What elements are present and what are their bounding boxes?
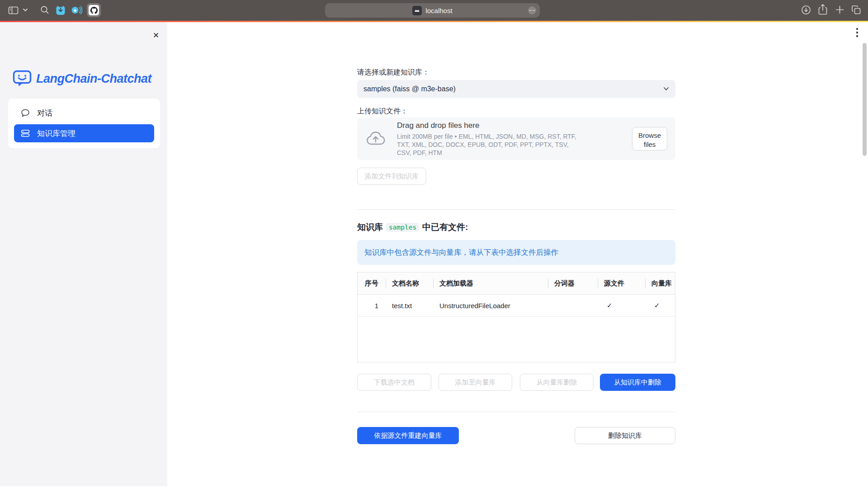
divider bbox=[357, 209, 675, 210]
column-header[interactable]: 分词器 bbox=[548, 272, 598, 294]
ripple-star-extension-icon[interactable]: ★ bbox=[71, 5, 82, 16]
kb-name-code: samples bbox=[386, 223, 419, 232]
download-icon[interactable] bbox=[801, 5, 811, 15]
sidebar-close-button[interactable]: ✕ bbox=[151, 30, 161, 40]
kb-stack-icon bbox=[21, 129, 30, 138]
chevron-down-icon bbox=[663, 85, 670, 92]
cat-extension-icon[interactable] bbox=[55, 5, 66, 16]
github-extension-icon[interactable] bbox=[87, 3, 101, 17]
address-bar[interactable]: localhost bbox=[325, 3, 540, 18]
scrollbar-thumb[interactable] bbox=[863, 43, 867, 156]
column-header[interactable]: 源文件 bbox=[598, 272, 645, 294]
table-header-row: 序号 文档名称 文档加载器 分词器 源文件 向量库 bbox=[358, 272, 675, 295]
add-files-button[interactable]: 添加文件到知识库 bbox=[357, 168, 426, 185]
divider bbox=[357, 412, 675, 412]
sidebar-nav: 对话 知识库管理 bbox=[8, 99, 160, 148]
sidebar: ✕ LangChain-Chatchat 对话 知识库管理 bbox=[0, 22, 167, 486]
info-alert: 知识库中包含源文件与向量库，请从下表中选择文件后操作 bbox=[357, 240, 675, 265]
sidebar-toggle-button[interactable] bbox=[8, 5, 19, 15]
github-logo bbox=[89, 5, 99, 15]
toolbar-chevron-down-icon[interactable] bbox=[23, 8, 28, 12]
share-icon[interactable] bbox=[817, 4, 828, 16]
search-icon[interactable] bbox=[40, 5, 50, 15]
page-options-ellipsis-button[interactable] bbox=[528, 6, 536, 14]
cell-loader: UnstructuredFileLoader bbox=[433, 295, 548, 316]
logo-text: LangChain-Chatchat bbox=[36, 72, 151, 86]
cell-doc-name: test.txt bbox=[386, 295, 433, 316]
address-host: localhost bbox=[425, 7, 452, 14]
logo-chat-bubble-icon bbox=[13, 70, 32, 87]
column-header[interactable]: 序号 bbox=[358, 272, 386, 294]
upload-label: 上传知识文件： bbox=[357, 107, 408, 116]
heading-prefix: 知识库 bbox=[357, 221, 383, 233]
table-row[interactable]: 1 test.txt UnstructuredFileLoader ✓ ✓ bbox=[358, 295, 675, 317]
delete-kb-button[interactable]: 删除知识库 bbox=[575, 427, 675, 444]
kb-select-value: samples (faiss @ m3e-base) bbox=[363, 85, 456, 93]
chat-bubble-icon bbox=[21, 108, 30, 117]
sidebar-item-label: 对话 bbox=[37, 108, 52, 118]
kb-files-table[interactable]: 序号 文档名称 文档加载器 分词器 源文件 向量库 1 test.txt Uns… bbox=[357, 272, 675, 362]
cell-vector-check: ✓ bbox=[645, 295, 675, 316]
browser-toolbar: ★ localhost bbox=[0, 0, 868, 21]
dropzone-title: Drag and drop files here bbox=[397, 121, 632, 130]
sidebar-item-kb-management[interactable]: 知识库管理 bbox=[14, 124, 154, 142]
streamlit-favicon bbox=[412, 6, 422, 15]
app-logo: LangChain-Chatchat bbox=[13, 70, 151, 87]
column-header[interactable]: 向量库 bbox=[645, 272, 675, 294]
column-header[interactable]: 文档名称 bbox=[386, 272, 433, 294]
new-tab-icon[interactable] bbox=[835, 5, 845, 15]
tabs-overview-icon[interactable] bbox=[851, 5, 862, 15]
rebuild-vector-button[interactable]: 依据源文件重建向量库 bbox=[357, 427, 459, 444]
check-icon: ✓ bbox=[651, 301, 660, 310]
cell-splitter bbox=[548, 295, 598, 316]
download-selected-button[interactable]: 下载选中文档 bbox=[357, 374, 431, 391]
cell-index: 1 bbox=[358, 295, 386, 316]
kb-select[interactable]: samples (faiss @ m3e-base) bbox=[357, 80, 675, 98]
heading-suffix: 中已有文件: bbox=[422, 221, 468, 233]
upload-cloud-icon bbox=[366, 131, 385, 146]
dropzone-limit: Limit 200MB per file • EML, HTML, JSON, … bbox=[397, 132, 632, 157]
column-header[interactable]: 文档加载器 bbox=[433, 272, 548, 294]
check-icon: ✓ bbox=[604, 301, 613, 310]
cell-source-check: ✓ bbox=[598, 295, 645, 316]
add-to-vector-button[interactable]: 添加至向量库 bbox=[439, 374, 512, 391]
browse-files-button[interactable]: Browse files bbox=[632, 127, 667, 150]
dropzone-text: Drag and drop files here Limit 200MB per… bbox=[397, 121, 632, 157]
kb-files-heading: 知识库 samples 中已有文件: bbox=[357, 221, 468, 233]
more-options-kebab-icon[interactable] bbox=[854, 28, 860, 42]
kb-select-label: 请选择或新建知识库： bbox=[357, 68, 429, 77]
sidebar-item-dialogue[interactable]: 对话 bbox=[14, 104, 154, 122]
file-dropzone[interactable]: Drag and drop files here Limit 200MB per… bbox=[357, 117, 675, 160]
delete-from-vector-button[interactable]: 从向量库删除 bbox=[520, 374, 594, 391]
kb-management-page: 请选择或新建知识库： samples (faiss @ m3e-base) 上传… bbox=[357, 22, 675, 488]
svg-text:★: ★ bbox=[73, 8, 77, 13]
sidebar-item-label: 知识库管理 bbox=[37, 128, 75, 139]
delete-from-kb-button[interactable]: 从知识库中删除 bbox=[600, 374, 675, 391]
